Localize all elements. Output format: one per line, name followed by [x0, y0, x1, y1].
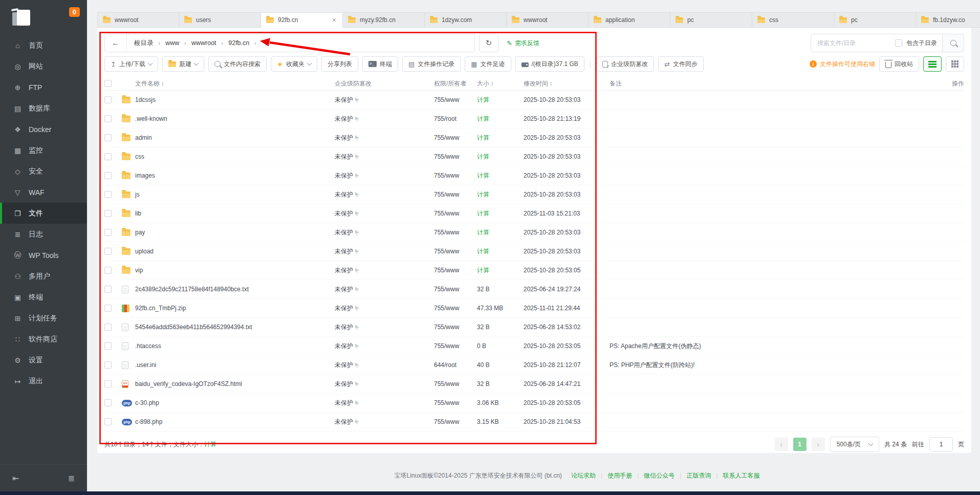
sidebar-item-database[interactable]: ▤数据库 [0, 98, 87, 119]
table-row[interactable]: .htaccess未保护755/www0 B2025-10-28 20:53:0… [104, 337, 964, 356]
include-subdir-checkbox[interactable] [895, 39, 902, 47]
tamper-status[interactable]: 未保护 [335, 153, 353, 161]
close-icon[interactable]: × [331, 16, 337, 24]
row-checkbox[interactable] [104, 134, 112, 141]
file-tab[interactable]: wwwroot [97, 12, 179, 28]
next-page-button[interactable]: › [812, 438, 825, 451]
table-row[interactable]: 92fb.cn_TmbPj.zip未保护755/www47.33 MB2025-… [104, 299, 964, 318]
table-row[interactable]: lib未保护755/www计算2025-11-03 15:21:03 [104, 204, 964, 223]
sidebar-item-files[interactable]: ❐文件 [0, 203, 87, 224]
tamper-status[interactable]: 未保护 [335, 134, 353, 142]
file-name[interactable]: 1dcssjs [135, 96, 156, 103]
table-row[interactable]: .well-known未保护755/root计算2025-10-28 21:13… [104, 110, 964, 128]
sidebar-item-waf[interactable]: ▽WAF [0, 182, 87, 203]
file-name[interactable]: baidu_verify_codeva-IgOTzoF4SZ.html [135, 380, 242, 388]
tamper-status[interactable]: 未保护 [335, 247, 353, 256]
table-row[interactable]: admin未保护755/www计算2025-10-28 20:53:03 [104, 128, 964, 147]
disk-select-button[interactable]: /(根目录)37.1 GB [515, 56, 584, 72]
footer-link[interactable]: 使用手册 [607, 472, 632, 479]
row-checkbox[interactable] [104, 172, 112, 179]
table-row[interactable]: images未保护755/www计算2025-10-28 20:53:03 [104, 166, 964, 185]
menu-list-icon[interactable]: ≣ [68, 474, 75, 483]
breadcrumb-item[interactable]: www [165, 39, 179, 47]
file-tab[interactable]: pc [834, 12, 916, 28]
row-checkbox[interactable] [104, 248, 112, 255]
table-row[interactable]: 2c4389c2dc59c211758e84f148940bce.txt未保护7… [104, 280, 964, 299]
footer-link[interactable]: 论坛求助 [571, 472, 596, 479]
collapse-sidebar-icon[interactable]: ⇤ [12, 474, 19, 483]
prev-page-button[interactable]: ‹ [775, 438, 788, 451]
row-checkbox[interactable] [104, 229, 112, 236]
sidebar-item-logout[interactable]: ↦退出 [0, 371, 87, 392]
file-name[interactable]: 92fb.cn_TmbPj.zip [135, 305, 186, 312]
feedback-link[interactable]: ✎ 需求反馈 [507, 39, 539, 48]
table-row[interactable]: baidu_verify_codeva-IgOTzoF4SZ.html未保护75… [104, 375, 964, 394]
calc-size-link[interactable]: 计算 [477, 228, 489, 237]
row-checkbox[interactable] [104, 191, 112, 198]
sidebar-item-multi-user[interactable]: ⚇多用户 [0, 266, 87, 287]
sidebar-item-cron[interactable]: ⊞计划任务 [0, 308, 87, 329]
sidebar-item-home[interactable]: ⌂首页 [0, 35, 87, 56]
footer-link[interactable]: 微信公众号 [644, 472, 674, 479]
breadcrumb-item[interactable]: wwwroot [191, 39, 216, 47]
list-view-button[interactable] [923, 56, 942, 72]
sidebar-item-app-store[interactable]: ∷软件商店 [0, 329, 87, 350]
row-checkbox[interactable] [104, 380, 112, 388]
recycle-bin-button[interactable]: 回收站 [879, 56, 919, 72]
table-row[interactable]: upload未保护755/www计算2025-10-28 20:53:03 [104, 242, 964, 261]
current-page-button[interactable]: 1 [793, 438, 807, 451]
file-op-log-button[interactable]: ▤ 文件操作记录 [402, 56, 461, 72]
tamper-status[interactable]: 未保护 [335, 418, 353, 426]
sidebar-item-ftp[interactable]: ⊕FTP [0, 77, 87, 98]
calc-size-link[interactable]: 计算 [477, 209, 489, 218]
tamper-status[interactable]: 未保护 [335, 323, 353, 332]
tamper-status[interactable]: 未保护 [335, 342, 353, 351]
calc-size-link[interactable]: 计算 [477, 115, 489, 123]
file-name[interactable]: .htaccess [135, 342, 161, 350]
back-arrow-icon[interactable]: ← [105, 34, 127, 52]
row-checkbox[interactable] [104, 305, 112, 312]
select-all-checkbox[interactable] [104, 80, 112, 87]
file-name[interactable]: admin [135, 134, 152, 141]
tamper-status[interactable]: 未保护 [335, 209, 353, 218]
file-tab[interactable]: myzy.92fb.cn [343, 12, 425, 28]
row-checkbox[interactable] [104, 210, 112, 217]
file-tab[interactable]: application [589, 12, 670, 28]
file-name[interactable]: js [135, 191, 140, 198]
sort-icon[interactable]: ▴▾ [162, 81, 164, 86]
row-checkbox[interactable] [104, 399, 112, 406]
tamper-status[interactable]: 未保护 [335, 304, 353, 313]
row-checkbox[interactable] [104, 267, 112, 274]
row-checkbox[interactable] [104, 153, 112, 160]
sidebar-item-security[interactable]: ◇安全 [0, 161, 87, 182]
tamper-status[interactable]: 未保护 [335, 285, 353, 294]
breadcrumb-item[interactable]: 根目录 [134, 39, 154, 48]
file-name[interactable]: c-30.php [135, 399, 159, 406]
header-file-name[interactable]: 文件名称 [135, 79, 160, 88]
file-tab[interactable]: css [752, 12, 834, 28]
row-checkbox[interactable] [104, 361, 112, 369]
file-name[interactable]: .user.ini [135, 361, 156, 369]
table-row[interactable]: pay未保护755/www计算2025-10-28 20:53:03 [104, 223, 964, 242]
bt-logo-icon[interactable] [12, 8, 33, 27]
table-row[interactable]: c-898.php未保护755/www3.15 KB2025-10-28 21:… [104, 413, 964, 432]
footer-link[interactable]: 正版查询 [686, 472, 711, 479]
message-count-badge[interactable]: 0 [69, 7, 80, 17]
file-tab[interactable]: users [179, 12, 261, 28]
header-size[interactable]: 大小 [477, 79, 489, 88]
file-name[interactable]: c-898.php [135, 418, 162, 425]
search-button[interactable] [943, 34, 964, 52]
refresh-icon[interactable]: ↻ [479, 34, 498, 52]
tamper-status[interactable]: 未保护 [335, 96, 353, 104]
page-size-select[interactable]: 500条/页 [830, 437, 879, 452]
calc-size-link[interactable]: 计算 [477, 96, 489, 104]
tamper-status[interactable]: 未保护 [335, 380, 353, 389]
row-checkbox[interactable] [104, 286, 112, 293]
table-row[interactable]: js未保护755/www计算2025-10-28 20:53:03 [104, 185, 964, 204]
file-name[interactable]: 2c4389c2dc59c211758e84f148940bce.txt [135, 286, 249, 293]
calc-size-link[interactable]: 计算 [477, 153, 489, 161]
row-checkbox[interactable] [104, 96, 112, 103]
file-name[interactable]: vip [135, 267, 143, 274]
sort-icon[interactable]: ▴▾ [491, 81, 493, 86]
table-row[interactable]: c-30.php未保护755/www3.06 KB2025-10-28 20:5… [104, 394, 964, 413]
